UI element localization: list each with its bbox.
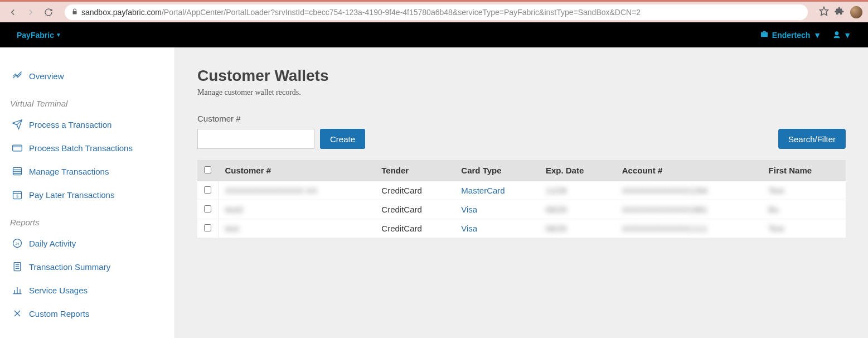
calendar-24-icon: 24: [11, 237, 23, 249]
paper-plane-icon: [11, 118, 23, 131]
url-path: /Portal/AppCenter/PortalLoader?srvInstId…: [162, 8, 641, 17]
wallets-table: Customer # Tender Card Type Exp. Date Ac…: [197, 160, 846, 238]
cell-firstname: Test: [769, 186, 784, 195]
table-row: XXXXXXXXXXXXXX-XX CreditCard MasterCard …: [197, 181, 846, 200]
col-tender: Tender: [375, 160, 454, 181]
cell-tender: CreditCard: [375, 200, 454, 219]
col-customer: Customer #: [219, 160, 375, 181]
calendar-dollar-icon: $: [11, 189, 23, 201]
cell-cardtype-link[interactable]: MasterCard: [461, 186, 505, 195]
cell-exp: 06/29: [546, 205, 567, 214]
select-all-checkbox[interactable]: [204, 166, 211, 173]
sidebar-item-label: Manage Transactions: [29, 167, 109, 176]
account-dropdown[interactable]: Endertech ▼: [760, 30, 821, 40]
sidebar-item-custom-reports[interactable]: Custom Reports: [0, 302, 174, 325]
sidebar-item-label: Process a Transaction: [29, 120, 111, 129]
svg-rect-1: [13, 145, 22, 151]
sidebar-item-manage-transactions[interactable]: Manage Transactions: [0, 160, 174, 183]
col-cardtype: Card Type: [454, 160, 539, 181]
cell-firstname: Test: [769, 224, 784, 233]
nav-back-button[interactable]: [6, 5, 20, 20]
cell-account: XXXXXXXXXXXX1881: [622, 205, 707, 214]
bar-chart-icon: [11, 284, 23, 296]
url-host: sandbox.payfabric.com: [81, 8, 162, 17]
bookmark-star-icon[interactable]: [819, 6, 829, 18]
sidebar-item-daily-activity[interactable]: 24 Daily Activity: [0, 231, 174, 255]
sidebar-item-label: Service Usages: [29, 286, 88, 295]
cell-customer: XXXXXXXXXXXXXX-XX: [225, 186, 317, 195]
sidebar-item-label: Overview: [29, 71, 64, 81]
cell-tender: CreditCard: [375, 219, 454, 238]
briefcase-icon: [760, 30, 769, 40]
main-panel: Customer Wallets Manage customer wallet …: [175, 47, 868, 338]
table-row: test2 CreditCard Visa 06/29 XXXXXXXXXXXX…: [197, 200, 846, 219]
page-subtitle: Manage customer wallet records.: [197, 88, 846, 97]
brand-dropdown[interactable]: PayFabric ▼: [17, 31, 61, 40]
cell-cardtype-link[interactable]: Visa: [461, 205, 477, 214]
lock-icon: [71, 8, 78, 17]
document-lines-icon: [11, 260, 23, 273]
sidebar-item-process-transaction[interactable]: Process a Transaction: [0, 113, 174, 136]
svg-text:$: $: [16, 194, 18, 198]
cell-customer: test: [225, 224, 239, 233]
credit-card-icon: [11, 142, 23, 154]
svg-text:24: 24: [16, 242, 20, 245]
sidebar-group-virtual-terminal: Virtual Terminal: [0, 88, 174, 113]
url-bar[interactable]: sandbox.payfabric.com/Portal/AppCenter/P…: [65, 4, 808, 20]
cell-tender: CreditCard: [375, 181, 454, 200]
sidebar-item-label: Custom Reports: [29, 309, 89, 318]
row-checkbox[interactable]: [204, 224, 211, 231]
list-icon: [11, 165, 23, 177]
sidebar-item-label: Process Batch Transactions: [29, 143, 133, 153]
chevron-down-icon: ▼: [56, 32, 61, 38]
browser-toolbar: sandbox.payfabric.com/Portal/AppCenter/P…: [0, 0, 868, 22]
sidebar-item-overview[interactable]: Overview: [0, 64, 174, 88]
chevron-down-icon: ▼: [813, 31, 821, 40]
sidebar-item-label: Daily Activity: [29, 239, 76, 248]
sidebar-item-label: Pay Later Transactions: [29, 190, 114, 200]
chart-line-icon: [11, 70, 23, 82]
profile-avatar[interactable]: [850, 6, 862, 18]
sidebar-item-process-batch[interactable]: Process Batch Transactions: [0, 136, 174, 160]
sidebar-item-service-usages[interactable]: Service Usages: [0, 278, 174, 302]
table-row: test CreditCard Visa 06/29 XXXXXXXXXXXX1…: [197, 219, 846, 238]
nav-reload-button[interactable]: [41, 5, 56, 20]
sidebar-item-pay-later[interactable]: $ Pay Later Transactions: [0, 183, 174, 206]
account-name: Endertech: [772, 31, 810, 40]
cell-cardtype-link[interactable]: Visa: [461, 224, 477, 233]
col-exp: Exp. Date: [539, 160, 615, 181]
customer-number-input[interactable]: [197, 129, 314, 149]
extensions-icon[interactable]: [835, 6, 845, 18]
sidebar: Overview Virtual Terminal Process a Tran…: [0, 47, 175, 338]
sidebar-group-reports: Reports: [0, 206, 174, 231]
cell-customer: test2: [225, 205, 244, 214]
sidebar-item-transaction-summary[interactable]: Transaction Summary: [0, 255, 174, 278]
col-firstname: First Name: [762, 160, 846, 181]
create-button[interactable]: Create: [320, 129, 365, 149]
tools-icon: [11, 307, 23, 320]
nav-forward-button[interactable]: [23, 5, 38, 20]
page-title: Customer Wallets: [197, 67, 846, 85]
cell-account: XXXXXXXXXXXX1294: [622, 186, 707, 195]
cell-exp: 11/28: [546, 186, 567, 195]
chevron-down-icon: ▼: [843, 31, 851, 40]
customer-number-label: Customer #: [197, 114, 314, 123]
svg-marker-0: [820, 7, 828, 15]
brand-label: PayFabric: [17, 31, 54, 40]
cell-exp: 06/29: [546, 224, 567, 233]
row-checkbox[interactable]: [204, 205, 211, 213]
cell-firstname: Bu: [769, 205, 779, 214]
row-checkbox[interactable]: [204, 186, 211, 194]
cell-account: XXXXXXXXXXXX1111: [622, 224, 707, 233]
user-menu[interactable]: ▼: [832, 31, 851, 40]
search-filter-button[interactable]: Search/Filter: [778, 129, 846, 149]
sidebar-item-label: Transaction Summary: [29, 262, 110, 272]
app-top-bar: PayFabric ▼ Endertech ▼ ▼: [0, 22, 868, 47]
col-account: Account #: [615, 160, 762, 181]
